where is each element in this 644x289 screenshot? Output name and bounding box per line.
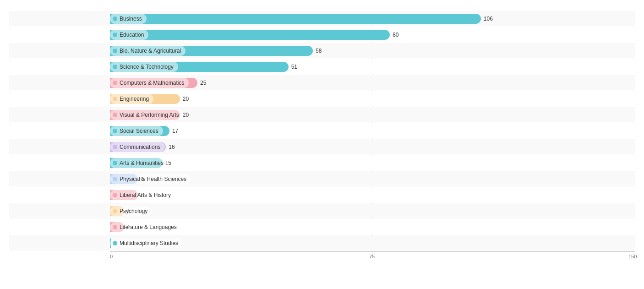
pill-label: Communications — [120, 144, 160, 150]
label-pill: Business — [110, 14, 147, 24]
dot-icon — [113, 129, 117, 133]
bar-value: 17 — [172, 128, 178, 134]
dot-icon — [113, 113, 117, 117]
label-pill: Education — [110, 30, 148, 40]
bar-row: 20 Engineering — [9, 91, 635, 106]
pill-label: Education — [120, 32, 144, 38]
dot-icon — [113, 33, 117, 37]
bar-row: 16 Communications — [9, 139, 635, 154]
bar-area: 15 Arts & Humanities — [110, 157, 635, 169]
pill-label: Social Sciences — [120, 128, 158, 134]
pill-label: Physical & Health Sciences — [120, 176, 186, 182]
label-pill: Visual & Performing Arts — [110, 110, 184, 120]
label-pill: Communications — [110, 142, 165, 152]
bar-row: 58 Bio, Nature & Agricultural — [9, 43, 635, 58]
label-pill: Bio, Nature & Agricultural — [110, 46, 186, 56]
pill-label: Multidisciplinary Studies — [120, 240, 178, 246]
label-pill: Arts & Humanities — [110, 158, 168, 168]
bar-value: 25 — [200, 80, 206, 86]
dot-icon — [113, 16, 117, 21]
bar-value: 20 — [183, 96, 189, 102]
pill-label: Bio, Nature & Agricultural — [120, 48, 181, 54]
bar-row: 51 Science & Technology — [9, 59, 635, 74]
dot-icon — [113, 177, 117, 181]
bar-row: 17 Social Sciences — [9, 123, 635, 138]
bar-area: 8 Liberal Arts & History — [110, 189, 635, 202]
bar-row: 25 Computers & Mathematics — [9, 75, 635, 90]
bar-row: 4 Psychology — [9, 203, 635, 218]
label-pill: Literature & Languages — [110, 222, 181, 232]
bar-area: 17 Social Sciences — [110, 125, 635, 137]
bar-row: 15 Arts & Humanities — [9, 155, 635, 170]
bar-area: 25 Computers & Mathematics — [110, 76, 635, 89]
bar-row: 4 Literature & Languages — [9, 219, 635, 234]
pill-label: Science & Technology — [120, 64, 174, 70]
dot-icon — [113, 65, 117, 69]
bar-area: 80 Education — [110, 28, 635, 41]
bar-area: 20 Visual & Performing Arts — [110, 109, 635, 121]
label-pill: Science & Technology — [110, 62, 178, 72]
dot-icon — [113, 161, 117, 165]
bar-area: 4 Psychology — [110, 205, 635, 218]
dot-icon — [113, 97, 117, 101]
bar-value: 106 — [484, 16, 493, 22]
dot-icon — [113, 81, 117, 85]
pill-label: Arts & Humanities — [120, 160, 164, 166]
bar-area: 51 Science & Technology — [110, 60, 635, 73]
pill-label: Business — [120, 16, 142, 22]
dot-icon — [113, 145, 117, 149]
bar-value: 58 — [316, 48, 322, 54]
dot-icon — [113, 209, 117, 213]
pill-label: Engineering — [120, 96, 149, 102]
bar-row: 8 Physical & Health Sciences — [9, 171, 635, 186]
pill-label: Liberal Arts & History — [120, 192, 171, 198]
bar-area: 106 Business — [110, 12, 635, 25]
dot-icon — [113, 193, 117, 197]
label-pill: Physical & Health Sciences — [110, 174, 191, 184]
chart-wrapper: 106 Business 80 Education 58 — [9, 5, 635, 261]
chart-body: 106 Business 80 Education 58 — [9, 11, 635, 261]
label-pill: Multidisciplinary Studies — [110, 238, 183, 248]
dot-icon — [113, 241, 117, 245]
x-tick-label: 150 — [628, 254, 637, 259]
pill-label: Literature & Languages — [120, 224, 177, 230]
x-tick-label: 75 — [369, 254, 375, 259]
pill-label: Psychology — [120, 208, 147, 214]
grid-line-100 — [635, 11, 635, 251]
dot-icon — [113, 225, 117, 229]
bar-row: Multidisciplinary Studies — [9, 235, 635, 251]
label-pill: Liberal Arts & History — [110, 190, 175, 200]
x-tick-label: 0 — [110, 254, 113, 259]
bars-container: 106 Business 80 Education 58 — [9, 11, 635, 251]
bar-row: 8 Liberal Arts & History — [9, 187, 635, 202]
label-pill: Engineering — [110, 94, 153, 104]
bar-area: 20 Engineering — [110, 93, 635, 105]
x-axis-container: 075150 — [110, 251, 635, 261]
label-pill: Psychology — [110, 206, 152, 216]
header-row — [9, 5, 635, 8]
bar-area: 4 Literature & Languages — [110, 221, 635, 234]
dot-icon — [113, 49, 117, 53]
pill-label: Visual & Performing Arts — [120, 112, 179, 118]
bar-area: 16 Communications — [110, 141, 635, 153]
bar-row: 106 Business — [9, 11, 635, 26]
pill-label: Computers & Mathematics — [120, 80, 184, 86]
label-pill: Computers & Mathematics — [110, 78, 189, 88]
bar-row: 80 Education — [9, 27, 635, 42]
bar-value: 51 — [291, 64, 297, 70]
bar-fill — [110, 14, 481, 24]
bar-value: 80 — [393, 32, 398, 38]
bar-value: 16 — [169, 144, 175, 150]
label-pill: Social Sciences — [110, 126, 163, 136]
bar-area: Multidisciplinary Studies — [110, 237, 635, 250]
bar-area: 8 Physical & Health Sciences — [110, 173, 635, 185]
bar-row: 20 Visual & Performing Arts — [9, 107, 635, 122]
bar-fill — [110, 30, 390, 40]
bar-area: 58 Bio, Nature & Agricultural — [110, 44, 635, 57]
